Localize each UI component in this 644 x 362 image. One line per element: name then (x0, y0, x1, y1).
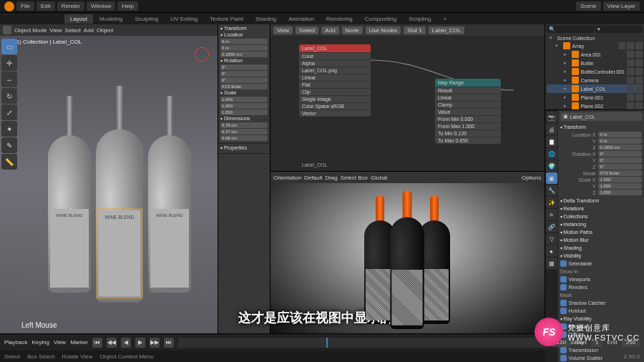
ws-render[interactable]: Rendering (321, 14, 358, 24)
ne-material[interactable]: Label_COL (429, 26, 464, 34)
tab-particles[interactable]: ✨ (546, 197, 557, 208)
tool-move[interactable]: ↔ (1, 72, 17, 87)
selectable-chk[interactable]: Selectable (560, 260, 642, 268)
hdr-add[interactable]: Add (84, 27, 94, 34)
tool-measure[interactable]: 📏 (1, 154, 17, 170)
s-orient[interactable]: Orientation (273, 175, 301, 181)
ne-slot[interactable]: Slot 1 (404, 26, 425, 34)
relations-section[interactable]: Relations (560, 205, 642, 212)
view-layer-field[interactable]: View Layer (603, 1, 640, 11)
tl-keying[interactable]: Keying (31, 339, 49, 346)
outliner[interactable]: 🔍 ▾ ▾Scene Collection ▾Array ▸Area.001 ▸… (545, 24, 644, 110)
loc-y[interactable]: 0 m (220, 45, 268, 51)
tab-output[interactable]: 🖨 (546, 124, 557, 135)
hdr-object[interactable]: Object (97, 27, 113, 34)
hdr-view[interactable]: View (49, 27, 62, 34)
viewports-chk[interactable]: Viewports (560, 275, 642, 283)
tab-constraints[interactable]: 🔗 (546, 221, 557, 233)
hdr-select[interactable]: Select (65, 27, 81, 34)
mode-dropdown[interactable]: Object Mode (14, 27, 47, 34)
s-options[interactable]: Options (522, 175, 542, 181)
socket-alpha[interactable]: Alpha (299, 59, 371, 67)
projection[interactable]: Flat (299, 81, 371, 88)
ws-uv[interactable]: UV Editing (165, 14, 203, 24)
tree-array[interactable]: ▾Array (547, 41, 643, 50)
tool-scale[interactable]: ⤢ (1, 104, 17, 120)
ws-script[interactable]: Scripting (403, 14, 436, 24)
menu-edit[interactable]: Edit (36, 1, 55, 11)
ne-use-nodes[interactable]: Use Nodes (366, 26, 401, 34)
tl-marker[interactable]: Marker (70, 339, 88, 346)
rot-y-fld[interactable]: 0° (598, 157, 642, 163)
ws-add[interactable]: + (437, 14, 452, 24)
s-default[interactable]: Default (304, 175, 322, 181)
loc-x[interactable]: 0 m (220, 39, 268, 44)
menu-help[interactable]: Help (117, 1, 137, 11)
ws-comp[interactable]: Compositing (359, 14, 402, 24)
shading-section[interactable]: Shading (560, 244, 642, 252)
blender-icon[interactable] (4, 1, 14, 11)
instancing-section[interactable]: Instancing (560, 220, 642, 228)
bottle-gray-center[interactable]: WINE BLEND (92, 86, 147, 306)
timeline-track[interactable] (178, 338, 548, 348)
s-selbox[interactable]: Select Box (341, 175, 368, 181)
menu-file[interactable]: File (16, 1, 34, 11)
scale-x-fld[interactable]: 1.000 (598, 177, 642, 182)
socket-value[interactable]: Value (435, 108, 501, 115)
outliner-filter[interactable]: ▾ (595, 26, 643, 33)
dim-y[interactable]: 6.17 cm (220, 129, 268, 134)
jump-start-icon[interactable]: ⏮ (92, 338, 102, 348)
tree-label-col[interactable]: ▸Label_COL (547, 84, 643, 93)
socket-result[interactable]: Result (435, 87, 501, 94)
ne-node[interactable]: Node (342, 26, 363, 34)
rot-x-fld[interactable]: 0° (598, 151, 642, 157)
tool-cursor[interactable]: ✛ (1, 55, 17, 71)
tree-bottlecontroller[interactable]: ▸BottleController.001 (547, 67, 643, 76)
ne-select[interactable]: Select (296, 26, 318, 34)
ws-texpaint[interactable]: Texture Paint (204, 14, 249, 24)
renders-chk[interactable]: Renders (560, 283, 642, 291)
tl-view[interactable]: View (54, 339, 66, 346)
tab-physics[interactable]: ⚛ (546, 209, 557, 220)
loc-z-fld[interactable]: 0.1855 cm (598, 145, 642, 150)
tree-camera[interactable]: ▸Camera (547, 76, 643, 84)
tool-select[interactable]: ▭ (1, 39, 17, 54)
to-min[interactable]: To Min 0.125 (435, 129, 501, 137)
rot-mode[interactable]: XYZ Euler (220, 84, 268, 89)
tree-area[interactable]: ▸Area.001 (547, 50, 643, 59)
ws-sculpting[interactable]: Sculpting (130, 14, 165, 24)
play-icon[interactable]: ▶ (135, 338, 145, 348)
tool-rotate[interactable]: ↻ (1, 88, 17, 104)
tab-data[interactable]: ▽ (546, 233, 557, 245)
tool-transform[interactable]: ✦ (1, 121, 17, 137)
scale-z[interactable]: 1.000 (220, 109, 268, 115)
ne-view[interactable]: View (273, 26, 293, 34)
delta-transform-section[interactable]: Delta Transform (560, 197, 642, 205)
playhead[interactable] (326, 338, 328, 348)
tree-scene-collection[interactable]: ▾Scene Collection (547, 34, 643, 41)
ws-modeling[interactable]: Modeling (94, 14, 128, 24)
jump-end-icon[interactable]: ⏭ (164, 338, 174, 348)
loc-x-fld[interactable]: 0 m (598, 132, 642, 137)
tab-render[interactable]: 📷 (546, 112, 557, 123)
tree-plane2[interactable]: ▸Plane.002 (547, 102, 643, 110)
source[interactable]: Single Image (299, 95, 371, 102)
loc-y-fld[interactable]: 0 m (598, 138, 642, 144)
node-editor[interactable]: View Select Add Node Use Nodes Slot 1 La… (270, 24, 545, 172)
dim-x[interactable]: 5.79 cm (220, 122, 268, 128)
editor-type-icon[interactable] (3, 26, 11, 34)
scene-field[interactable]: Scene (576, 1, 601, 11)
ne-add[interactable]: Add (321, 26, 338, 34)
from-min[interactable]: From Min 0.000 (435, 115, 501, 122)
socket-vector[interactable]: Vector (299, 109, 371, 117)
holdout-chk[interactable]: Holdout (560, 307, 642, 315)
scale-x[interactable]: 1.000 (220, 97, 268, 102)
ws-anim[interactable]: Animation (283, 14, 320, 24)
collections-section[interactable]: Collections (560, 212, 642, 220)
image-texture-node[interactable]: Label_COL Color Alpha Label_COL.png Line… (299, 44, 371, 117)
tab-viewlayer[interactable]: 📋 (546, 136, 557, 147)
s-drag[interactable]: Drag (325, 175, 337, 181)
tab-world[interactable]: 🌍 (546, 160, 557, 172)
mode-fld[interactable]: XYZ Euler (598, 170, 642, 176)
prev-key-icon[interactable]: ◀◀ (107, 338, 117, 348)
